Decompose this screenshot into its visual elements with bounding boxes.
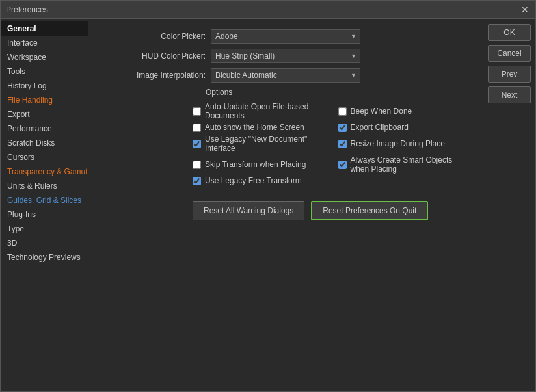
main-content: Color Picker: Adobe HUD Color Picker: Hu… <box>88 19 483 391</box>
sidebar-item-performance[interactable]: Performance <box>1 122 88 136</box>
option-use-legacy-free-transform: Use Legacy Free Transform <box>193 176 325 185</box>
dialog-body: General Interface Workspace Tools Histor… <box>1 19 535 391</box>
color-picker-row: Color Picker: Adobe <box>101 29 470 44</box>
sidebar-item-technology-previews[interactable]: Technology Previews <box>1 250 88 265</box>
use-legacy-free-transform-label: Use Legacy Free Transform <box>205 176 302 185</box>
skip-transform-checkbox[interactable] <box>193 161 201 169</box>
image-interpolation-select[interactable]: Bicubic Automatic <box>211 68 360 83</box>
option-beep-when-done: Beep When Done <box>338 102 471 120</box>
option-export-clipboard: Export Clipboard <box>338 123 471 132</box>
color-picker-select[interactable]: Adobe <box>211 29 360 44</box>
action-buttons-row: Reset All Warning Dialogs Reset Preferen… <box>101 201 470 220</box>
sidebar-item-history-log[interactable]: History Log <box>1 79 88 93</box>
reset-warnings-button[interactable]: Reset All Warning Dialogs <box>193 201 304 220</box>
use-legacy-new-doc-label: Use Legacy "New Document" Interface <box>205 135 325 153</box>
auto-update-checkbox[interactable] <box>193 107 201 116</box>
resize-image-during-place-label: Resize Image During Place <box>351 139 445 148</box>
export-clipboard-label: Export Clipboard <box>351 123 409 132</box>
option-use-legacy-new-doc: Use Legacy "New Document" Interface <box>193 135 325 153</box>
always-create-smart-label: Always Create Smart Objects when Placing <box>351 155 471 174</box>
dialog-title: Preferences <box>6 5 48 14</box>
sidebar-item-type[interactable]: Type <box>1 222 88 236</box>
export-clipboard-checkbox[interactable] <box>338 124 347 132</box>
use-legacy-free-transform-checkbox[interactable] <box>193 177 201 185</box>
options-section: Options Auto-Update Open File-based Docu… <box>101 88 470 220</box>
sidebar-item-transparency-gamut[interactable]: Transparency & Gamut <box>1 164 88 179</box>
hud-color-picker-select[interactable]: Hue Strip (Small) <box>211 49 360 63</box>
option-auto-update: Auto-Update Open File-based Documents <box>193 102 325 120</box>
option-auto-show-home: Auto show the Home Screen <box>193 123 325 132</box>
hud-color-picker-row: HUD Color Picker: Hue Strip (Small) <box>101 49 470 63</box>
prev-button[interactable]: Prev <box>488 66 531 83</box>
sidebar-item-units-rulers[interactable]: Units & Rulers <box>1 179 88 193</box>
sidebar-item-export[interactable]: Export <box>1 107 88 122</box>
cancel-button[interactable]: Cancel <box>488 45 531 62</box>
sidebar-item-general[interactable]: General <box>1 21 88 36</box>
sidebar-item-scratch-disks[interactable]: Scratch Disks <box>1 136 88 150</box>
sidebar-item-workspace[interactable]: Workspace <box>1 50 88 64</box>
sidebar-item-tools[interactable]: Tools <box>1 64 88 79</box>
image-interpolation-select-wrapper[interactable]: Bicubic Automatic <box>211 68 360 83</box>
sidebar-item-cursors[interactable]: Cursors <box>1 150 88 164</box>
auto-update-label: Auto-Update Open File-based Documents <box>205 102 325 120</box>
sidebar-item-3d[interactable]: 3D <box>1 236 88 250</box>
image-interpolation-label: Image Interpolation: <box>101 71 206 80</box>
reset-preferences-button[interactable]: Reset Preferences On Quit <box>311 201 428 220</box>
beep-when-done-label: Beep When Done <box>351 107 412 116</box>
sidebar-item-file-handling[interactable]: File Handling <box>1 93 88 107</box>
option-skip-transform: Skip Transform when Placing <box>193 155 325 174</box>
sidebar-item-interface[interactable]: Interface <box>1 36 88 50</box>
option-always-create-smart: Always Create Smart Objects when Placing <box>338 155 471 174</box>
ok-button[interactable]: OK <box>488 24 531 41</box>
right-buttons-panel: OK Cancel Prev Next <box>483 19 535 391</box>
options-grid: Auto-Update Open File-based Documents Be… <box>101 102 470 185</box>
sidebar-item-guides-grid-slices[interactable]: Guides, Grid & Slices <box>1 193 88 207</box>
color-picker-label: Color Picker: <box>101 32 206 41</box>
options-heading: Options <box>101 88 470 97</box>
hud-color-picker-select-wrapper[interactable]: Hue Strip (Small) <box>211 49 360 63</box>
title-bar: Preferences ✕ <box>1 1 535 19</box>
hud-color-picker-label: HUD Color Picker: <box>101 51 206 60</box>
sidebar: General Interface Workspace Tools Histor… <box>1 19 88 391</box>
next-button[interactable]: Next <box>488 86 531 103</box>
auto-show-home-label: Auto show the Home Screen <box>205 123 304 132</box>
always-create-smart-checkbox[interactable] <box>338 161 347 169</box>
skip-transform-label: Skip Transform when Placing <box>205 160 306 169</box>
color-picker-select-wrapper[interactable]: Adobe <box>211 29 360 44</box>
beep-when-done-checkbox[interactable] <box>338 107 347 116</box>
empty-cell <box>338 176 471 185</box>
sidebar-item-plug-ins[interactable]: Plug-Ins <box>1 207 88 222</box>
auto-show-home-checkbox[interactable] <box>193 124 201 132</box>
close-button[interactable]: ✕ <box>520 5 530 15</box>
resize-image-during-place-checkbox[interactable] <box>338 140 347 148</box>
use-legacy-new-doc-checkbox[interactable] <box>193 140 201 148</box>
image-interpolation-row: Image Interpolation: Bicubic Automatic <box>101 68 470 83</box>
preferences-dialog: Preferences ✕ General Interface Workspac… <box>0 0 536 392</box>
option-resize-image-during-place: Resize Image During Place <box>338 135 471 153</box>
